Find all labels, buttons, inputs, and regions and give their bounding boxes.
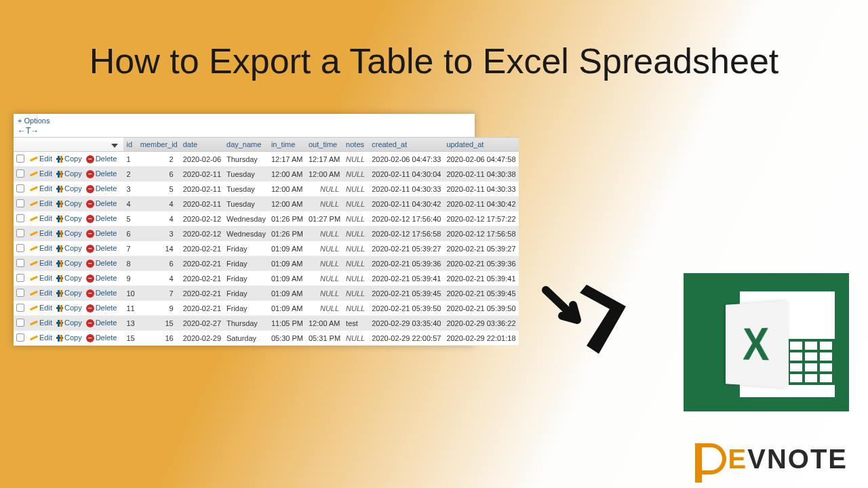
copy-icon: [56, 230, 63, 237]
delete-link[interactable]: –Delete: [86, 333, 117, 342]
row-checkbox[interactable]: [16, 155, 24, 163]
page-title: How to Export a Table to Excel Spreadshe…: [0, 41, 868, 81]
delete-icon: –: [86, 155, 94, 163]
copy-icon: [56, 201, 63, 207]
copy-link[interactable]: Copy: [56, 289, 82, 297]
copy-link[interactable]: Copy: [56, 274, 82, 282]
pencil-icon: [30, 171, 38, 176]
copy-link[interactable]: Copy: [56, 304, 82, 312]
table-row: EditCopy–Delete632020-02-12Wednesday01:2…: [14, 226, 519, 241]
options-link[interactable]: + Options: [14, 114, 475, 126]
excel-icon: X: [685, 274, 848, 410]
edit-link[interactable]: Edit: [30, 199, 52, 207]
table-row: EditCopy–Delete352020-02-11Tuesday12:00 …: [14, 182, 519, 197]
row-checkbox[interactable]: [16, 229, 24, 237]
col-created-at[interactable]: created_at: [369, 138, 443, 152]
delete-link[interactable]: –Delete: [86, 289, 117, 298]
delete-link[interactable]: –Delete: [86, 169, 117, 178]
col-day-name[interactable]: day_name: [224, 138, 269, 152]
sort-desc-icon[interactable]: [111, 144, 118, 148]
copy-icon: [56, 275, 63, 282]
delete-icon: –: [86, 200, 94, 208]
row-checkbox[interactable]: [16, 214, 24, 222]
row-checkbox[interactable]: [16, 244, 24, 252]
col-updated-at[interactable]: updated_at: [443, 138, 518, 152]
edit-link[interactable]: Edit: [30, 214, 52, 222]
edit-link[interactable]: Edit: [30, 155, 52, 163]
row-checkbox[interactable]: [16, 319, 24, 327]
edit-link[interactable]: Edit: [30, 319, 52, 327]
col-member-id[interactable]: member_id: [138, 138, 180, 152]
col-notes[interactable]: notes: [343, 138, 369, 152]
delete-link[interactable]: –Delete: [86, 304, 117, 312]
pencil-icon: [30, 305, 38, 310]
phpmyadmin-table-card: + Options ←T→ id member_id date day_name…: [14, 114, 475, 346]
pencil-icon: [30, 156, 38, 161]
copy-link[interactable]: Copy: [56, 214, 82, 222]
data-table: id member_id date day_name in_time out_t…: [14, 137, 519, 346]
edit-link[interactable]: Edit: [30, 184, 52, 192]
edit-link[interactable]: Edit: [30, 229, 52, 237]
table-row: EditCopy–Delete262020-02-11Tuesday12:00 …: [14, 167, 519, 182]
table-row: EditCopy–Delete942020-02-21Friday01:09 A…: [14, 271, 519, 286]
row-checkbox[interactable]: [16, 199, 24, 207]
edit-link[interactable]: Edit: [30, 289, 52, 297]
copy-icon: [56, 171, 63, 178]
delete-link[interactable]: –Delete: [86, 184, 117, 193]
row-checkbox[interactable]: [16, 259, 24, 267]
col-date[interactable]: date: [180, 138, 224, 152]
copy-link[interactable]: Copy: [56, 199, 82, 207]
pencil-icon: [30, 201, 38, 206]
delete-link[interactable]: –Delete: [86, 319, 117, 327]
excel-letter: X: [743, 318, 769, 371]
edit-link[interactable]: Edit: [30, 333, 52, 342]
row-checkbox[interactable]: [16, 333, 24, 342]
table-row: EditCopy–Delete1192020-02-21Friday01:09 …: [14, 301, 519, 316]
edit-link[interactable]: Edit: [30, 259, 52, 267]
delete-icon: –: [86, 289, 94, 298]
copy-icon: [56, 335, 63, 342]
delete-link[interactable]: –Delete: [86, 229, 117, 238]
copy-link[interactable]: Copy: [56, 169, 82, 178]
edit-link[interactable]: Edit: [30, 304, 52, 312]
row-checkbox[interactable]: [16, 304, 24, 312]
table-row: EditCopy–Delete862020-02-21Friday01:09 A…: [14, 256, 519, 271]
delete-link[interactable]: –Delete: [86, 259, 117, 268]
copy-icon: [56, 186, 63, 192]
copy-link[interactable]: Copy: [56, 319, 82, 327]
copy-link[interactable]: Copy: [56, 184, 82, 192]
table-row: EditCopy–Delete1072020-02-21Friday01:09 …: [14, 286, 519, 301]
pencil-icon: [30, 260, 38, 266]
delete-link[interactable]: –Delete: [86, 199, 117, 208]
col-in-time[interactable]: in_time: [269, 138, 306, 152]
delete-link[interactable]: –Delete: [86, 155, 117, 163]
pencil-icon: [30, 335, 38, 340]
copy-icon: [56, 245, 63, 252]
row-checkbox[interactable]: [16, 274, 24, 282]
delete-icon: –: [86, 185, 94, 193]
delete-icon: –: [86, 334, 94, 342]
delete-icon: –: [86, 274, 94, 283]
copy-link[interactable]: Copy: [56, 229, 82, 237]
copy-link[interactable]: Copy: [56, 244, 82, 252]
table-row: EditCopy–Delete442020-02-11Tuesday12:00 …: [14, 197, 519, 211]
copy-link[interactable]: Copy: [56, 259, 82, 267]
delete-icon: –: [86, 319, 94, 327]
table-row: EditCopy–Delete542020-02-12Wednesday01:2…: [14, 211, 519, 226]
delete-link[interactable]: –Delete: [86, 214, 117, 223]
copy-link[interactable]: Copy: [56, 155, 82, 163]
edit-link[interactable]: Edit: [30, 244, 52, 252]
row-checkbox[interactable]: [16, 289, 24, 297]
copy-link[interactable]: Copy: [56, 333, 82, 342]
delete-link[interactable]: –Delete: [86, 274, 117, 283]
delete-link[interactable]: –Delete: [86, 244, 117, 253]
edit-link[interactable]: Edit: [30, 169, 52, 178]
col-id[interactable]: id: [123, 138, 137, 152]
sort-arrows-row[interactable]: ←T→: [14, 126, 475, 137]
copy-icon: [56, 156, 63, 163]
edit-link[interactable]: Edit: [30, 274, 52, 282]
row-checkbox[interactable]: [16, 184, 24, 192]
pencil-icon: [30, 186, 38, 191]
col-out-time[interactable]: out_time: [306, 138, 343, 152]
row-checkbox[interactable]: [16, 169, 24, 178]
